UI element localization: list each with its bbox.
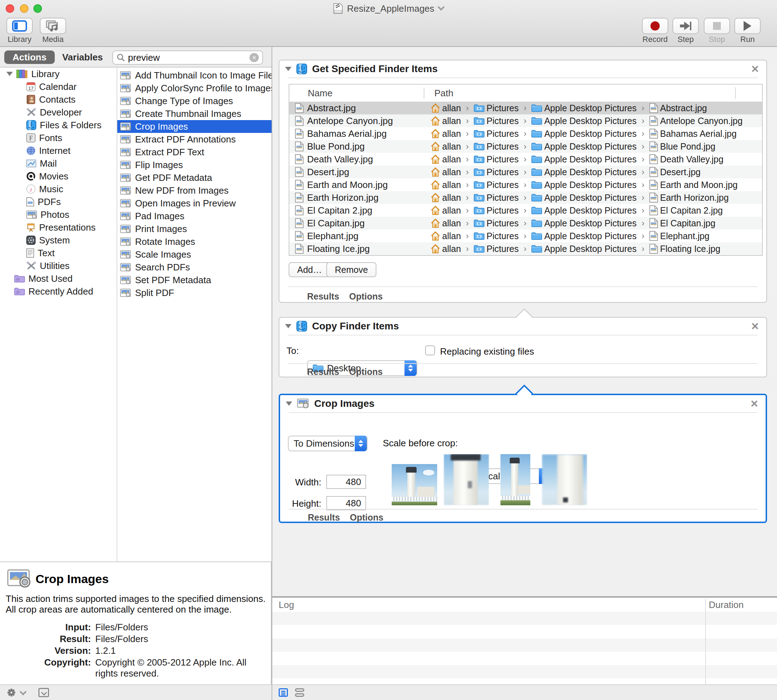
library-toolbar-button[interactable] (7, 18, 33, 34)
log-stacked-view-icon[interactable] (295, 688, 304, 697)
finder-icon (297, 321, 307, 332)
sidebar-item-label: Contacts (39, 94, 76, 105)
column-header-path[interactable]: Path (424, 88, 454, 99)
finder-items-table[interactable]: Name Path Abstract.jpgallan›Pictures›App… (288, 84, 763, 256)
sidebar-item-system[interactable]: System (0, 234, 117, 247)
add-items-button[interactable]: Add… (288, 262, 330, 277)
action-list-item[interactable]: Extract PDF Text (117, 146, 272, 158)
disclosure-triangle-icon[interactable] (285, 324, 292, 328)
replacing-checkbox[interactable] (425, 345, 435, 355)
finder-item-row[interactable]: Blue Pond.jpgallan›Pictures›Apple Deskto… (289, 140, 762, 153)
height-input[interactable]: 480 (326, 496, 366, 510)
sidebar-item-files-folders[interactable]: Files & Folders (0, 119, 117, 132)
sidebar-item-internet[interactable]: Internet (0, 144, 117, 157)
gear-menu-chevron-icon[interactable] (20, 688, 27, 695)
column-divider[interactable] (735, 87, 736, 99)
action-list-item[interactable]: Open Images in Preview (117, 197, 272, 210)
log-column-header[interactable]: Log (272, 600, 777, 610)
block2-results-button[interactable]: Results (307, 367, 339, 377)
action-list-item[interactable]: Scale Images (117, 248, 272, 261)
block2-close-icon[interactable]: ✕ (751, 320, 759, 332)
workflow-canvas[interactable]: Get Specified Finder Items ✕ Name Path A… (272, 47, 777, 700)
sidebar-item-mail[interactable]: Mail (0, 157, 117, 170)
action-list-item[interactable]: Pad Images (117, 210, 272, 222)
run-button[interactable] (734, 18, 760, 34)
sidebar-item-calendar[interactable]: 17Calendar (0, 80, 117, 93)
action-list-item[interactable]: Add Thumbnail Icon to Image Files (117, 69, 272, 82)
disclosure-triangle-icon[interactable] (7, 72, 13, 76)
finder-item-row[interactable]: Floating Ice.jpgallan›Pictures›Apple Des… (289, 242, 762, 255)
crop-mode-popup[interactable]: To Dimensions (288, 436, 367, 451)
block1-close-icon[interactable]: ✕ (751, 63, 759, 75)
finder-item-row[interactable]: Antelope Canyon.jpgallan›Pictures›Apple … (289, 114, 762, 127)
sidebar-item-utilities[interactable]: Utilities (0, 259, 117, 272)
action-list-item[interactable]: New PDF from Images (117, 184, 272, 197)
block3-options-button[interactable]: Options (350, 512, 383, 523)
path-chevron-icon: › (524, 103, 527, 113)
remove-items-button[interactable]: Remove (326, 262, 377, 277)
disclosure-triangle-icon[interactable] (285, 67, 292, 71)
finder-item-row[interactable]: Abstract.jpgallan›Pictures›Apple Desktop… (289, 102, 762, 114)
sidebar-item-presentations[interactable]: Presentations (0, 221, 117, 234)
duration-column-divider[interactable] (705, 599, 706, 684)
width-input[interactable]: 480 (326, 475, 366, 489)
title-chevron-icon[interactable] (438, 3, 445, 11)
hide-description-icon[interactable] (38, 688, 49, 697)
search-field[interactable]: × (112, 50, 263, 65)
clear-search-icon[interactable]: × (250, 53, 259, 62)
action-list-item[interactable]: Apply ColorSync Profile to Images (117, 82, 272, 95)
sidebar-item-music[interactable]: ♪Music (0, 183, 117, 195)
finder-item-row[interactable]: El Capitan 2.jpgallan›Pictures›Apple Des… (289, 204, 762, 217)
finder-item-row[interactable]: Desert.jpgallan›Pictures›Apple Desktop P… (289, 166, 762, 178)
finder-item-row[interactable]: Elephant.jpgallan›Pictures›Apple Desktop… (289, 230, 762, 242)
record-button[interactable] (642, 18, 668, 34)
block2-options-button[interactable]: Options (349, 367, 382, 377)
sidebar-item-fonts[interactable]: FFonts (0, 132, 117, 144)
action-list-item[interactable]: Print Images (117, 222, 272, 235)
column-header-name[interactable]: Name (289, 88, 424, 99)
action-list-item[interactable]: Set PDF Metadata (117, 273, 272, 287)
sidebar-item-recently-added[interactable]: Recently Added (0, 285, 117, 298)
action-list-item[interactable]: Change Type of Images (117, 95, 272, 107)
tab-variables[interactable]: Variables (58, 50, 107, 64)
block3-results-button[interactable]: Results (308, 512, 340, 523)
action-list-item[interactable]: Split PDF (117, 287, 272, 299)
sidebar-item-most-used[interactable]: Most Used (0, 272, 117, 285)
action-block-get-specified-finder-items[interactable]: Get Specified Finder Items ✕ Name Path A… (278, 60, 767, 303)
finder-item-row[interactable]: Death Valley.jpgallan›Pictures›Apple Des… (289, 153, 762, 166)
action-list-item[interactable]: Create Thumbnail Images (117, 107, 272, 120)
log-list-view-icon[interactable] (278, 688, 288, 697)
finder-item-row[interactable]: Earth and Moon.jpgallan›Pictures›Apple D… (289, 178, 762, 191)
gear-menu-icon[interactable] (7, 688, 17, 697)
sidebar-item-library[interactable]: Library (0, 68, 117, 80)
action-list-item[interactable]: Extract PDF Annotations (117, 133, 272, 146)
block1-results-button[interactable]: Results (307, 292, 339, 302)
sidebar-item-photos[interactable]: Photos (0, 208, 117, 221)
finder-item-row[interactable]: Earth Horizon.jpgallan›Pictures›Apple De… (289, 191, 762, 204)
step-button[interactable] (672, 18, 699, 34)
tab-actions[interactable]: Actions (4, 50, 55, 64)
action-list-item-selected[interactable]: Crop Images (117, 120, 272, 133)
block3-close-icon[interactable]: ✕ (750, 398, 759, 410)
action-block-copy-finder-items[interactable]: Copy Finder Items ✕ To: Desktop Replacin… (278, 317, 767, 377)
action-list-item[interactable]: Get PDF Metadata (117, 171, 272, 184)
media-toolbar-button[interactable] (40, 18, 66, 34)
action-list-item[interactable]: Flip Images (117, 158, 272, 171)
block1-options-button[interactable]: Options (349, 292, 382, 302)
finder-item-row[interactable]: El Capitan.jpgallan›Pictures›Apple Deskt… (289, 217, 762, 230)
action-block-crop-images[interactable]: Crop Images ✕ To Dimensions Scale before… (278, 394, 767, 523)
sidebar-item-pdfs[interactable]: PDFs (0, 195, 117, 208)
action-list-item[interactable]: Search PDFs (117, 261, 272, 273)
action-list-item[interactable]: Rotate Images (117, 235, 272, 248)
search-input[interactable] (128, 52, 247, 63)
sidebar-item-developer[interactable]: Developer (0, 106, 117, 119)
sidebar-item-contacts[interactable]: Contacts (0, 93, 117, 106)
stop-button[interactable] (704, 18, 730, 34)
duration-column-header[interactable]: Duration (709, 600, 744, 610)
column-divider[interactable] (424, 87, 424, 99)
svg-text:F: F (29, 135, 33, 142)
sidebar-item-text[interactable]: Text (0, 247, 117, 259)
finder-item-row[interactable]: Bahamas Aerial.jpgallan›Pictures›Apple D… (289, 127, 762, 140)
disclosure-triangle-icon[interactable] (286, 402, 292, 406)
sidebar-item-movies[interactable]: Movies (0, 170, 117, 183)
